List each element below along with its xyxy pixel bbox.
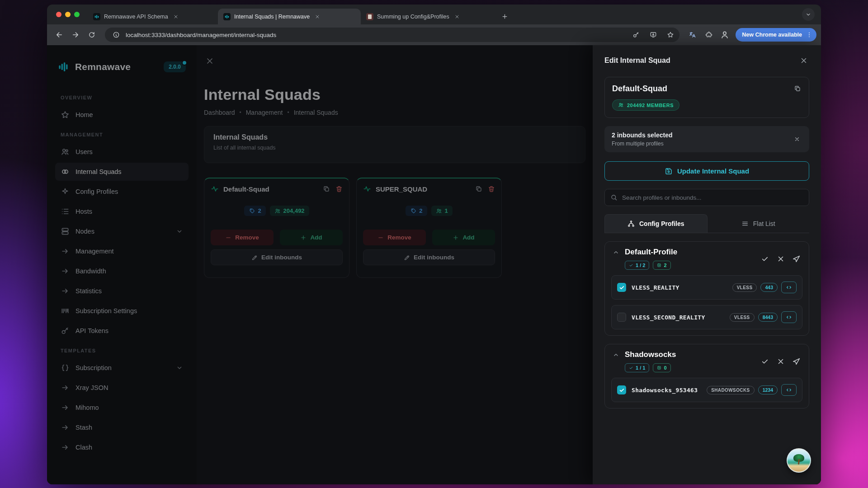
remnawave-favicon <box>93 13 100 20</box>
browser-toolbar: localhost:3333/dashboard/management/inte… <box>47 24 821 45</box>
tab-search-button[interactable] <box>802 8 815 21</box>
drawer-overlay[interactable] <box>47 45 593 484</box>
squad-summary-card: Default-Squad 204492 MEMBERS <box>604 77 809 118</box>
squad-name: Default-Squad <box>612 84 802 94</box>
tab-close-icon[interactable] <box>313 13 321 21</box>
maximize-window-button[interactable] <box>74 12 80 17</box>
tab-close-icon[interactable] <box>453 13 461 21</box>
remnawave-favicon <box>223 13 231 20</box>
deselect-all-icon[interactable] <box>777 255 785 263</box>
edit-internal-squad-drawer: Edit Internal Squad Default-Squad 204492… <box>593 45 821 484</box>
window-controls <box>47 5 88 24</box>
members-badge: 204492 MEMBERS <box>612 99 679 111</box>
tab-config-profiles[interactable]: Config Profiles <box>604 214 708 233</box>
tab-close-icon[interactable] <box>172 13 180 21</box>
minimize-window-button[interactable] <box>65 12 71 17</box>
collapse-chevron-icon[interactable] <box>611 350 620 359</box>
island-avatar-button[interactable] <box>787 448 811 473</box>
port-badge: 8443 <box>758 313 778 322</box>
checkbox-checked[interactable] <box>617 283 626 292</box>
save-icon <box>665 167 673 175</box>
search-input[interactable] <box>622 194 803 201</box>
tree-icon <box>627 220 635 227</box>
protocol-badge: SHADOWSOCKS <box>707 386 755 394</box>
selected-count-badge: 1 / 2 <box>625 261 649 270</box>
reload-button[interactable] <box>84 27 99 42</box>
browser-window: Remnawave API Schema Internal Squads | R… <box>47 5 821 484</box>
search-box <box>604 189 809 206</box>
tab-title: Internal Squads | Remnawave <box>234 14 310 20</box>
bookmark-star-icon[interactable] <box>664 28 677 41</box>
view-tabs: Config Profiles Flat List <box>604 214 809 233</box>
profile-avatar[interactable] <box>717 28 732 42</box>
back-button[interactable] <box>52 27 67 42</box>
code-icon[interactable] <box>781 282 797 293</box>
protocol-badge: VLESS <box>732 283 757 292</box>
inbound-row-vless-second-reality[interactable]: VLESS_SECOND_REALITY VLESS 8443 <box>611 305 802 329</box>
new-chrome-available-button[interactable]: New Chrome available <box>736 28 816 42</box>
drawer-title: Edit Internal Squad <box>604 56 670 65</box>
tab-api-schema[interactable]: Remnawave API Schema <box>88 9 218 24</box>
users-icon <box>618 102 624 108</box>
collapse-chevron-icon[interactable] <box>611 248 620 257</box>
menu-icon <box>741 220 749 227</box>
tab-internal-squads[interactable]: Internal Squads | Remnawave <box>218 9 361 24</box>
new-tab-button[interactable] <box>498 10 511 23</box>
clear-selection-icon[interactable] <box>792 134 802 144</box>
site-info-icon[interactable] <box>111 28 121 41</box>
port-badge: 443 <box>760 283 778 292</box>
navigation-icon[interactable] <box>793 255 801 263</box>
grid-plus-icon <box>657 366 661 370</box>
new-chrome-label: New Chrome available <box>742 32 802 38</box>
code-icon[interactable] <box>781 384 797 396</box>
translate-icon[interactable] <box>685 27 700 42</box>
forward-button[interactable] <box>68 27 83 42</box>
deselect-all-icon[interactable] <box>777 357 785 366</box>
copy-icon[interactable] <box>793 84 802 94</box>
extra-count-badge: 2 <box>653 261 670 270</box>
code-icon[interactable] <box>781 311 797 323</box>
url-text: localhost:3333/dashboard/management/inte… <box>126 32 625 38</box>
tab-title: Summing up Config&Profiles <box>377 14 449 20</box>
checkbox-checked[interactable] <box>617 385 626 394</box>
check-icon <box>629 366 633 370</box>
selected-count-badge: 1 / 1 <box>625 363 649 372</box>
profile-card-default-profile: Default-Profile 1 / 2 2 <box>604 241 809 336</box>
drawer-close-icon[interactable] <box>798 55 809 66</box>
tab-flat-list[interactable]: Flat List <box>708 214 810 233</box>
select-all-icon[interactable] <box>761 357 769 366</box>
app-root: Remnawave 2.0.0 OVERVIEW Home MANAGEMENT… <box>47 45 821 484</box>
inbound-row-shadowsocks[interactable]: Shadowsocks_953463 SHADOWSOCKS 1234 <box>611 378 802 402</box>
inbound-row-vless-reality[interactable]: VLESS_REALITY VLESS 443 <box>611 275 802 300</box>
tab-strip: Remnawave API Schema Internal Squads | R… <box>47 5 821 24</box>
browser-menu-icon[interactable] <box>804 29 815 40</box>
select-all-icon[interactable] <box>761 255 769 263</box>
protocol-badge: VLESS <box>730 313 755 322</box>
password-manager-icon[interactable] <box>630 28 642 41</box>
tab-title: Remnawave API Schema <box>104 14 168 20</box>
extensions-puzzle-icon[interactable] <box>701 27 717 42</box>
close-window-button[interactable] <box>56 12 61 17</box>
install-app-icon[interactable] <box>647 28 660 41</box>
article-favicon <box>366 13 373 20</box>
port-badge: 1234 <box>758 385 778 394</box>
grid-plus-icon <box>657 263 661 267</box>
search-icon <box>610 194 618 201</box>
update-internal-squad-button[interactable]: Update Internal Squad <box>604 161 809 181</box>
inbounds-selected-alert: 2 inbounds selected From multiple profil… <box>604 126 809 152</box>
checkbox-unchecked[interactable] <box>617 313 626 322</box>
extra-count-badge: 0 <box>653 363 670 372</box>
check-icon <box>629 263 633 267</box>
navigation-icon[interactable] <box>793 357 801 366</box>
address-bar[interactable]: localhost:3333/dashboard/management/inte… <box>105 28 679 42</box>
tab-config-profiles-article[interactable]: Summing up Config&Profiles <box>361 9 496 24</box>
profile-card-shadowsocks: Shadowsocks 1 / 1 0 <box>604 344 809 408</box>
